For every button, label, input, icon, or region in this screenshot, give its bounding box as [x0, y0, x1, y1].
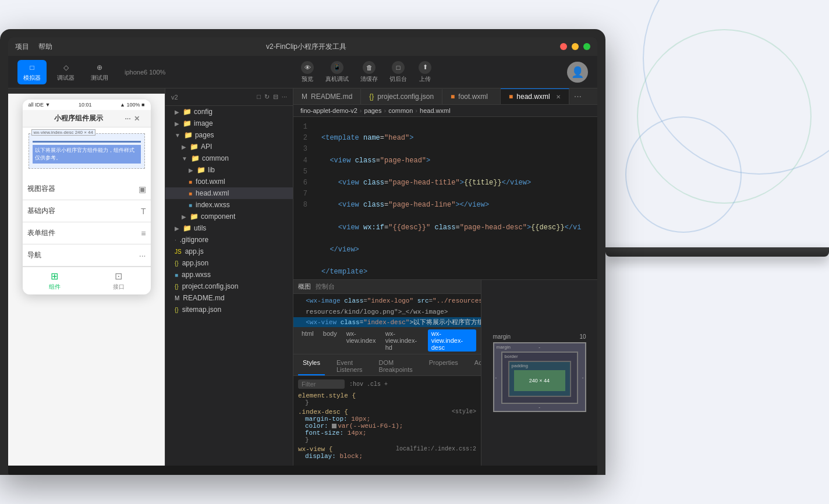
toolbar-clearcache-action[interactable]: 🗑 清缓存	[360, 61, 378, 83]
bottom-panel-tab-html[interactable]: 概图	[298, 282, 311, 291]
inspector-tab-styles[interactable]: Styles	[298, 357, 325, 375]
tree-item-lib[interactable]: ▶ 📁 lib	[165, 164, 293, 176]
tree-item-sitemap[interactable]: {} sitemap.json	[165, 304, 293, 315]
phone-nav-more[interactable]: ···	[125, 115, 130, 123]
breadcrumb-sep-1: ›	[360, 107, 362, 114]
code-content[interactable]: <template name="head"> <view class="page…	[314, 117, 597, 279]
box-left-value: -	[495, 375, 497, 380]
filter-pseudo-states[interactable]: :hov .cls +	[349, 381, 388, 388]
toolbar-test-button[interactable]: ⊕ 测试用	[85, 60, 114, 84]
toolbar-debug-button[interactable]: ◇ 调试器	[51, 60, 80, 84]
toolbar-preview-action[interactable]: 👁 预览	[301, 61, 314, 83]
styles-filter-input[interactable]	[298, 379, 345, 389]
tab-head-icon: ■	[509, 93, 513, 101]
code-editor[interactable]: 1 2 3 4 5 6 7 8 <template name="head"> <…	[293, 117, 597, 279]
tree-label-app-json: app.json	[182, 259, 208, 267]
phone-menu-item-2[interactable]: 表单组件 ≡	[23, 222, 151, 244]
tab-head-wxml[interactable]: ■ head.wxml ✕	[501, 88, 569, 104]
tree-item-common[interactable]: ▼ 📁 common	[165, 152, 293, 164]
phone-menu-item-0[interactable]: 视图容器 ▣	[23, 178, 151, 200]
tree-item-image[interactable]: ▶ 📁 image	[165, 118, 293, 129]
tab-more-button[interactable]: ···	[569, 91, 586, 102]
phone-device: all IDE ▼ 10:01 ▲ 100% ■ 小程序组件展示 ··· ✕	[23, 100, 151, 294]
code-line-7: </template>	[321, 267, 590, 278]
toolbar-simulate-button[interactable]: □ 模拟器	[17, 60, 47, 84]
phone-status-right: ▲ 100% ■	[120, 102, 144, 108]
tree-item-index-wxss[interactable]: ■ index.wxss	[165, 199, 293, 211]
clearcache-icon: 🗑	[363, 61, 375, 74]
win-maximize-button[interactable]	[583, 43, 590, 50]
menu-item-help[interactable]: 帮助	[38, 42, 52, 52]
style-selector-index-desc: .index-desc { <style>	[298, 409, 476, 416]
win-close-button[interactable]	[560, 43, 567, 50]
code-editor-section: 1 2 3 4 5 6 7 8 <template name="head"> <…	[293, 117, 597, 466]
tree-item-pages[interactable]: ▼ 📁 pages	[165, 129, 293, 141]
file-tree-icon-collapse[interactable]: ⊟	[273, 93, 278, 101]
sel-wx-view-index[interactable]: wx-view.index	[343, 329, 380, 352]
tree-label-config: config	[194, 108, 212, 116]
phone-menu-item-3[interactable]: 导航 ···	[23, 244, 151, 267]
win-minimize-button[interactable]	[572, 43, 579, 50]
code-line-4: <view class="page-head-line"></view>	[321, 200, 590, 211]
sel-wx-view-index-desc[interactable]: wx-view.index-desc	[428, 329, 476, 352]
editor-breadcrumb: fino-applet-demo-v2 › pages › common › h…	[293, 105, 597, 117]
phone-menu-icon-2: ≡	[141, 229, 146, 238]
upload-icon: ⬆	[419, 61, 431, 74]
file-tree-icon-refresh[interactable]: ↻	[264, 93, 270, 101]
tree-item-config[interactable]: ▶ 📁 config	[165, 106, 293, 118]
tree-item-app-js[interactable]: JS app.js	[165, 246, 293, 257]
sel-body[interactable]: body	[320, 329, 341, 352]
tree-item-head-wxml[interactable]: ■ head.wxml	[165, 187, 293, 199]
tree-item-readme[interactable]: M README.md	[165, 292, 293, 304]
phone-nav-actions: ··· ✕	[125, 115, 140, 123]
tree-label-app-wxss: app.wxss	[182, 271, 211, 279]
simulate-icon: □	[27, 62, 37, 73]
styles-panel: :hov .cls + element.style { } .index-des…	[293, 376, 481, 466]
bottom-code-view[interactable]: <wx-image class="index-logo" src="../res…	[293, 294, 481, 327]
toolbar-cut-action[interactable]: □ 切后台	[389, 61, 407, 83]
tree-item-component[interactable]: ▶ 📁 component	[165, 211, 293, 222]
user-avatar[interactable]: 👤	[567, 62, 588, 83]
phone-nav-close[interactable]: ✕	[134, 115, 140, 123]
tree-item-utils[interactable]: ▶ 📁 utils	[165, 222, 293, 234]
tree-item-gitignore[interactable]: · .gitignore	[165, 234, 293, 246]
inspector-tab-properties[interactable]: Properties	[424, 357, 463, 375]
sel-html[interactable]: html	[298, 329, 317, 352]
file-tree-actions: □ ↻ ⊟ ···	[257, 93, 287, 101]
toolbar-realdevice-action[interactable]: 📱 真机调试	[325, 61, 349, 83]
tab-close-icon[interactable]: ✕	[556, 94, 561, 100]
tree-label-readme: README.md	[183, 294, 224, 302]
tree-item-app-json[interactable]: {} app.json	[165, 257, 293, 269]
tree-item-foot-wxml[interactable]: ■ foot.wxml	[165, 176, 293, 187]
file-tree-icon-more[interactable]: ···	[282, 93, 287, 101]
tree-label-gitignore: .gitignore	[180, 236, 208, 244]
box-model-margin: margin border padding 240 × 44	[493, 342, 586, 412]
tree-item-app-wxss[interactable]: ■ app.wxss	[165, 269, 293, 281]
file-tree-root: v2	[171, 94, 178, 101]
phone-menu-icon-0: ▣	[139, 184, 146, 194]
wxml-icon: ■	[189, 179, 192, 185]
bg-decoration-3	[625, 116, 742, 233]
tree-item-project-config[interactable]: {} project.config.json	[165, 281, 293, 292]
sel-wx-view-index-hd[interactable]: wx-view.index-hd	[382, 329, 426, 352]
tab-foot-wxml[interactable]: ■ foot.wxml	[442, 89, 501, 104]
inspector-tab-event[interactable]: Event Listeners	[332, 357, 367, 375]
phone-menu-item-1[interactable]: 基础内容 T	[23, 200, 151, 222]
tree-item-api[interactable]: ▶ 📁 API	[165, 141, 293, 152]
tab-project-config[interactable]: {} project.config.json	[361, 89, 442, 104]
inspector-tab-dom[interactable]: DOM Breakpoints	[374, 357, 417, 375]
inspector-tab-accessibility[interactable]: Accessibility	[470, 357, 481, 375]
box-model-padding: padding 240 × 44	[508, 361, 571, 397]
phone-tab-components[interactable]: ⊞ 组件	[23, 267, 87, 294]
box-top-value: -	[539, 345, 540, 350]
style-prop-color: color: var(--weui-FG-1);	[298, 423, 476, 430]
bottom-panel-tab-dom[interactable]: 控制台	[316, 282, 335, 291]
menu-item-project[interactable]: 项目	[15, 42, 29, 52]
phone-tab-interfaces[interactable]: ⊡ 接口	[87, 267, 151, 294]
file-tree-icon-new[interactable]: □	[257, 93, 261, 101]
tab-readme[interactable]: M README.md	[293, 89, 361, 104]
breadcrumb-pages: pages	[364, 107, 382, 114]
toolbar-upload-action[interactable]: ⬆ 上传	[419, 61, 431, 83]
phone-menu-label-2: 表单组件	[27, 228, 55, 238]
style-prop-display: display: block;	[298, 453, 476, 460]
